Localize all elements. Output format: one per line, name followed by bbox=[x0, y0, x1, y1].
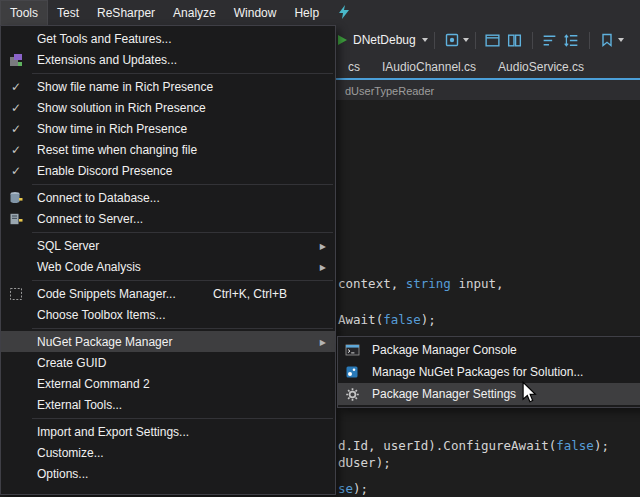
menu-item-connect-to-database[interactable]: Connect to Database... bbox=[1, 187, 335, 208]
code-segment: Await( bbox=[338, 312, 383, 327]
server-icon bbox=[1, 212, 31, 226]
menu-item-nuget-package-manager[interactable]: NuGet Package Manager▶ bbox=[1, 331, 335, 352]
menu-item-customize[interactable]: Customize... bbox=[1, 442, 335, 463]
attach-debugger-icon[interactable] bbox=[442, 29, 462, 51]
menu-item-code-snippets-manager[interactable]: Code Snippets Manager...Ctrl+K, Ctrl+B bbox=[1, 283, 335, 304]
menubar-item-help[interactable]: Help bbox=[285, 0, 328, 25]
run-icon[interactable] bbox=[338, 35, 347, 45]
menu-item-label: External Tools... bbox=[31, 398, 122, 412]
chevron-down-icon[interactable] bbox=[422, 38, 428, 42]
menu-item-label: Get Tools and Features... bbox=[31, 32, 172, 46]
menu-item-enable-discord-presence[interactable]: ✓Enable Discord Presence bbox=[1, 160, 335, 181]
checkmark-icon: ✓ bbox=[1, 101, 31, 115]
menu-item-label: Show time in Rich Presence bbox=[31, 122, 187, 136]
menu-item-extensions-and-updates[interactable]: Extensions and Updates... bbox=[1, 49, 335, 70]
submenu-arrow-icon: ▶ bbox=[320, 337, 326, 346]
submenu-item-package-manager-settings[interactable]: Package Manager Settings bbox=[338, 383, 640, 405]
menu-item-choose-toolbox-items[interactable]: Choose Toolbox Items... bbox=[1, 304, 335, 325]
menu-separator bbox=[32, 280, 333, 281]
code-segment: string bbox=[406, 276, 451, 291]
menu-item-shortcut: Ctrl+K, Ctrl+B bbox=[213, 287, 329, 301]
menu-item-label: Reset time when changing file bbox=[31, 143, 197, 157]
menu-item-label: Show solution in Rich Presence bbox=[31, 101, 206, 115]
menu-bar: ToolsTestReSharperAnalyzeWindowHelp bbox=[0, 0, 640, 25]
menu-separator bbox=[32, 232, 333, 233]
menubar-item-tools[interactable]: Tools bbox=[0, 0, 48, 25]
toolbar-separator bbox=[532, 32, 533, 49]
tab-iaudiochannel-cs[interactable]: IAudioChannel.cs bbox=[371, 55, 487, 78]
code-segment: se bbox=[338, 481, 353, 496]
menu-item-web-code-analysis[interactable]: Web Code Analysis▶ bbox=[1, 256, 335, 277]
code-segment: ); bbox=[353, 481, 368, 496]
menu-item-label: External Command 2 bbox=[31, 377, 150, 391]
toolbar-separator bbox=[589, 32, 590, 49]
snippets-icon bbox=[1, 287, 31, 301]
submenu-item-manage-nuget-packages-for-solution[interactable]: Manage NuGet Packages for Solution... bbox=[338, 361, 640, 383]
menu-item-connect-to-server[interactable]: Connect to Server... bbox=[1, 208, 335, 229]
checkmark-icon: ✓ bbox=[1, 143, 31, 157]
menu-item-external-command-2[interactable]: External Command 2 bbox=[1, 373, 335, 394]
menu-item-label: Options... bbox=[31, 467, 88, 481]
tab-cs[interactable]: cs bbox=[337, 55, 371, 78]
menu-separator bbox=[32, 184, 333, 185]
menu-item-label: Connect to Server... bbox=[31, 212, 143, 226]
run-config-label[interactable]: DNetDebug bbox=[353, 33, 416, 47]
menu-item-get-tools-and-features[interactable]: Get Tools and Features... bbox=[1, 28, 335, 49]
menubar-item-resharper[interactable]: ReSharper bbox=[88, 0, 164, 25]
menu-item-external-tools[interactable]: External Tools... bbox=[1, 394, 335, 415]
menu-item-label: Show file name in Rich Presence bbox=[31, 80, 213, 94]
chevron-down-icon[interactable] bbox=[463, 38, 469, 42]
menu-item-label: Choose Toolbox Items... bbox=[31, 308, 166, 322]
menu-item-show-solution-in-rich-presence[interactable]: ✓Show solution in Rich Presence bbox=[1, 97, 335, 118]
code-line: context, string input, bbox=[338, 276, 504, 291]
menu-separator bbox=[32, 73, 333, 74]
columns-icon[interactable] bbox=[505, 29, 525, 51]
code-segment: false bbox=[383, 312, 421, 327]
code-segment: context, bbox=[338, 276, 406, 291]
code-segment: input, bbox=[451, 276, 504, 291]
submenu-item-package-manager-console[interactable]: Package Manager Console bbox=[338, 339, 640, 361]
extensions-icon bbox=[1, 53, 31, 67]
sort-lines-icon[interactable] bbox=[540, 29, 560, 51]
menu-item-reset-time-when-changing-file[interactable]: ✓Reset time when changing file bbox=[1, 139, 335, 160]
menu-item-import-and-export-settings[interactable]: Import and Export Settings... bbox=[1, 421, 335, 442]
code-segment: d.Id, userId).ConfigureAwait( bbox=[338, 438, 556, 453]
menu-item-sql-server[interactable]: SQL Server▶ bbox=[1, 235, 335, 256]
menu-item-label: Connect to Database... bbox=[31, 191, 160, 205]
code-segment: dUser); bbox=[338, 455, 391, 470]
gear-icon bbox=[338, 387, 366, 402]
menubar-item-window[interactable]: Window bbox=[225, 0, 286, 25]
code-segment: ); bbox=[594, 438, 609, 453]
toolbar-overflow-icon[interactable] bbox=[618, 38, 624, 42]
mouse-cursor bbox=[521, 381, 538, 408]
line-spacing-icon[interactable] bbox=[562, 29, 582, 51]
menu-separator bbox=[32, 328, 333, 329]
toolbar-separator bbox=[434, 32, 435, 49]
checkmark-icon: ✓ bbox=[1, 164, 31, 178]
menu-separator bbox=[32, 418, 333, 419]
code-segment: ); bbox=[421, 312, 436, 327]
menubar-item-analyze[interactable]: Analyze bbox=[164, 0, 225, 25]
submenu-arrow-icon: ▶ bbox=[320, 262, 326, 271]
bookmark-icon[interactable] bbox=[597, 29, 617, 51]
menu-item-options[interactable]: Options... bbox=[1, 463, 335, 484]
feedback-icon[interactable] bbox=[336, 4, 352, 24]
menu-item-create-guid[interactable]: Create GUID bbox=[1, 352, 335, 373]
menu-item-label: Create GUID bbox=[31, 356, 106, 370]
database-icon bbox=[1, 191, 31, 205]
menu-item-show-file-name-in-rich-presence[interactable]: ✓Show file name in Rich Presence bbox=[1, 76, 335, 97]
toolbar-separator bbox=[475, 32, 476, 49]
menu-item-label: Customize... bbox=[31, 446, 104, 460]
checkmark-icon: ✓ bbox=[1, 80, 31, 94]
menubar-item-test[interactable]: Test bbox=[48, 0, 88, 25]
menu-item-label: Package Manager Settings bbox=[366, 387, 516, 401]
window-icon[interactable] bbox=[483, 29, 503, 51]
menu-item-show-time-in-rich-presence[interactable]: ✓Show time in Rich Presence bbox=[1, 118, 335, 139]
menu-item-label: Extensions and Updates... bbox=[31, 53, 177, 67]
console-icon bbox=[338, 343, 366, 357]
code-line: dUser); bbox=[338, 455, 391, 470]
menu-item-label: Web Code Analysis bbox=[31, 260, 141, 274]
menu-item-label: Import and Export Settings... bbox=[31, 425, 189, 439]
tab-audioservice-cs[interactable]: AudioService.cs bbox=[487, 55, 595, 78]
menu-item-label: NuGet Package Manager bbox=[31, 335, 172, 349]
